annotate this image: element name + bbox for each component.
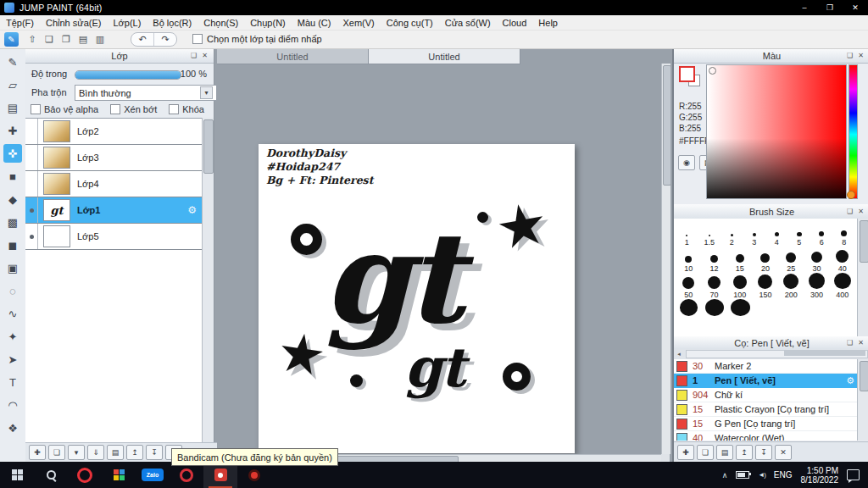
layer-visibility-toggle[interactable] <box>25 145 38 170</box>
float-panel-icon[interactable]: ❏ <box>844 50 855 61</box>
brush-size-option[interactable]: 100 <box>727 273 753 299</box>
close-panel-icon[interactable]: ✕ <box>199 50 210 61</box>
brush-toolbar-delete-brush[interactable]: ✕ <box>775 445 792 460</box>
menu-item[interactable]: Chọn(S) <box>198 18 244 28</box>
brush-item[interactable]: 15 G Pen [Cọ trang trí] <box>674 417 858 431</box>
language-indicator[interactable]: ENG <box>774 470 793 480</box>
tool-bucket[interactable]: ◆ <box>3 190 22 208</box>
color-button-eyedropper[interactable]: ◉ <box>678 155 695 170</box>
tool-airbrush[interactable]: ▤ <box>3 98 22 117</box>
brush-list-scrollbar[interactable] <box>857 359 868 441</box>
tool-select-rect[interactable]: ▣ <box>3 258 22 277</box>
menu-item[interactable]: Bộ lọc(R) <box>147 18 198 28</box>
tool-magic-wand[interactable]: ✦ <box>3 327 22 346</box>
tool-pan[interactable]: ❖ <box>3 419 22 437</box>
brush-size-option[interactable]: 30 <box>804 247 829 273</box>
brush-size-option[interactable]: 50 <box>676 273 701 299</box>
scrollbar-track[interactable] <box>686 350 868 358</box>
brush-toolbar-add-brush[interactable]: ✚ <box>677 445 694 460</box>
brush-size-option[interactable]: 40 <box>830 247 855 273</box>
brush-size-option[interactable] <box>676 299 702 325</box>
float-panel-icon[interactable]: ❏ <box>188 50 199 61</box>
scrollbar-thumb[interactable] <box>860 361 868 391</box>
redo-icon[interactable]: ↷ <box>154 33 176 46</box>
clock[interactable]: 1:50 PM 8/18/2022 <box>801 466 839 485</box>
tool-move[interactable]: ✜ <box>3 144 22 163</box>
tool-curve[interactable]: ◠ <box>3 396 22 414</box>
brush-toolbar-brush-up[interactable]: ↥ <box>736 445 753 460</box>
layer-settings-gear-icon[interactable]: ⚙ <box>187 204 197 216</box>
tool-divide[interactable]: ✚ <box>3 121 22 140</box>
tool-gradient[interactable]: ▩ <box>3 213 22 231</box>
brush-size-option[interactable]: 6 <box>810 220 833 247</box>
taskbar-app-opera[interactable] <box>68 462 102 488</box>
checkbox-box[interactable] <box>110 104 120 114</box>
undo-icon[interactable]: ↶ <box>131 33 154 46</box>
canvas-tab[interactable]: Untitled <box>369 48 520 64</box>
brush-item[interactable]: 904 Chữ kí <box>674 388 858 402</box>
brush-size-option[interactable]: 2 <box>721 220 743 247</box>
brush-size-option[interactable]: 8 <box>833 220 856 247</box>
checkbox-box[interactable] <box>31 104 41 114</box>
layer-toolbar-merge-down[interactable]: ⇓ <box>87 445 104 460</box>
layer-visibility-toggle[interactable] <box>25 171 38 197</box>
scrollbar-thumb[interactable] <box>203 119 214 174</box>
battery-icon[interactable] <box>736 471 749 479</box>
brush-settings-gear-icon[interactable]: ⚙ <box>846 375 854 386</box>
hue-slider-marker[interactable] <box>847 191 855 199</box>
brush-size-option[interactable]: 70 <box>701 273 726 299</box>
menu-item[interactable]: Cloud <box>497 18 533 28</box>
layer-option-checkbox[interactable]: Bảo vệ alpha <box>31 104 98 114</box>
taskbar-app-zalo[interactable]: Zalo <box>136 462 170 488</box>
brush-size-option[interactable] <box>702 299 728 325</box>
brush-size-option[interactable]: 25 <box>778 247 804 273</box>
toolbar-icon-panels[interactable]: ❐ <box>58 32 75 47</box>
brush-size-option[interactable]: 200 <box>778 273 804 299</box>
menu-item[interactable]: Cửa sổ(W) <box>439 18 497 28</box>
tool-select-ellipse[interactable]: ◌ <box>3 281 22 300</box>
layer-toolbar-move-layer-up[interactable]: ↥ <box>126 445 143 460</box>
brush-toolbar-duplicate-brush[interactable]: ❏ <box>697 445 714 460</box>
taskbar-app-tiles[interactable] <box>102 462 136 488</box>
tool-rect[interactable]: ■ <box>3 167 22 186</box>
tool-fill-dark[interactable]: ◼ <box>3 236 22 254</box>
blend-mode-select[interactable]: Bình thường ▾ <box>75 85 217 101</box>
close-button[interactable]: ✕ <box>843 0 868 15</box>
opacity-slider[interactable] <box>75 70 181 80</box>
menu-item[interactable]: Màu (C) <box>292 18 337 28</box>
layer-visibility-toggle[interactable] <box>25 197 38 223</box>
layer-visibility-toggle[interactable] <box>25 119 38 144</box>
tool-text[interactable]: T <box>3 373 22 391</box>
menu-item[interactable]: Công cụ(T) <box>381 18 439 28</box>
maximize-button[interactable]: ❐ <box>817 0 843 15</box>
paint-tool-icon[interactable]: ✎ <box>4 32 19 47</box>
color-picker-marker[interactable] <box>709 67 716 75</box>
brush-size-option[interactable]: 400 <box>830 273 855 299</box>
tray-expand-icon[interactable]: ∧ <box>722 471 728 480</box>
toolbar-icon-comment[interactable]: ❏ <box>41 32 58 47</box>
menu-item[interactable]: Lớp(L) <box>107 18 147 28</box>
tool-eraser[interactable]: ▱ <box>3 75 22 94</box>
brush-size-option[interactable]: 1.5 <box>698 220 721 247</box>
layer-toolbar-layer-folder[interactable]: ▤ <box>107 445 124 460</box>
brush-item[interactable]: 15 Plastic Crayon [Cọ trang trí] <box>674 402 858 417</box>
brush-toolbar-brush-down[interactable]: ↧ <box>755 445 772 460</box>
menu-item[interactable]: Tệp(F) <box>0 18 40 28</box>
layer-row[interactable]: Lớp3 <box>25 145 202 171</box>
taskbar-search-button[interactable] <box>34 462 68 488</box>
brush-size-option[interactable]: 20 <box>753 247 778 273</box>
speaker-icon[interactable]: ◄) <box>758 471 765 479</box>
snap-layer-checkbox[interactable] <box>192 34 203 44</box>
layer-option-checkbox[interactable]: Khóa <box>169 104 204 114</box>
layer-row[interactable]: Lớp4 <box>25 171 202 197</box>
brush-size-option[interactable]: 10 <box>676 247 701 273</box>
layer-toolbar-duplicate-layer[interactable]: ❏ <box>48 445 65 460</box>
tool-lasso[interactable]: ∿ <box>3 304 22 323</box>
close-panel-icon[interactable]: ✕ <box>855 337 866 348</box>
primary-color-swatch[interactable] <box>679 66 695 82</box>
menu-item[interactable]: Chỉnh sửa(E) <box>40 18 107 28</box>
checkbox-box[interactable] <box>169 104 179 114</box>
float-panel-icon[interactable]: ❏ <box>844 337 855 348</box>
brush-size-option[interactable]: 150 <box>753 273 778 299</box>
menu-item[interactable]: Chụp(N) <box>244 18 292 28</box>
